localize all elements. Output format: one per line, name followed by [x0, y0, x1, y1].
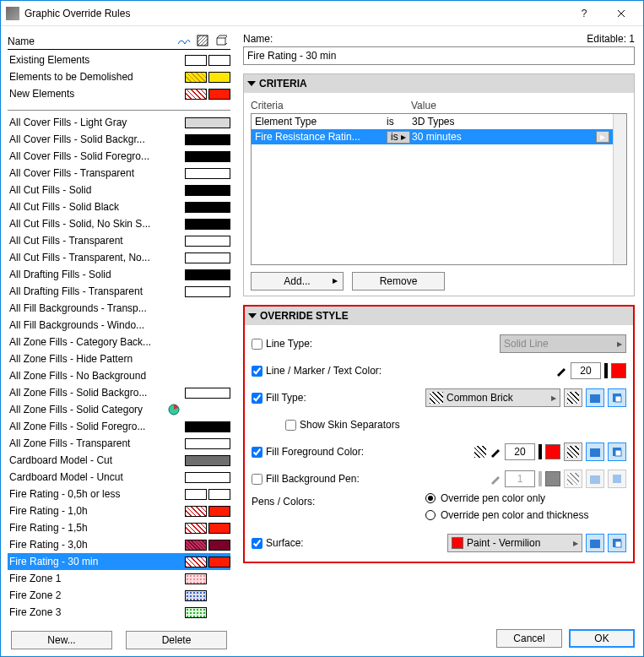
- surface-cover-icon[interactable]: [586, 534, 604, 552]
- pen-weight-icon: [538, 471, 542, 486]
- line-color-swatch[interactable]: [611, 363, 626, 378]
- help-button[interactable]: ?: [566, 2, 603, 25]
- svg-rect-9: [613, 475, 621, 483]
- rule-row[interactable]: All Cut Fills - Solid: [8, 182, 230, 198]
- col-fill-icon[interactable]: [193, 32, 212, 49]
- skin-separators-checkbox[interactable]: [285, 420, 296, 431]
- add-criteria-button[interactable]: Add...: [251, 272, 344, 290]
- rule-name-input[interactable]: [243, 46, 635, 65]
- rule-row[interactable]: All Cut Fills - Solid Black: [8, 198, 230, 215]
- surface-dropdown[interactable]: Paint - Vermilion: [447, 534, 582, 552]
- editable-label: Editable: 1: [587, 33, 635, 45]
- rule-row[interactable]: All Zone Fills - Solid Category: [8, 401, 230, 418]
- rule-row[interactable]: All Drafting Fills - Solid: [8, 266, 230, 283]
- rule-row[interactable]: All Cover Fills - Light Gray: [8, 114, 230, 131]
- skin-sep-row: Show Skin Separators: [252, 411, 626, 438]
- rule-row[interactable]: Fire Rating - 30 min: [8, 553, 230, 570]
- bg-cover-icon[interactable]: [586, 470, 604, 488]
- rule-row[interactable]: Fire Zone 3: [8, 604, 230, 621]
- rule-row[interactable]: All Zone Fills - Solid Foregro...: [8, 418, 230, 435]
- bg-cut-icon[interactable]: [564, 470, 582, 488]
- radio-pen-color-only[interactable]: Override pen color only: [425, 492, 545, 504]
- rule-row[interactable]: Cardboard Model - Cut: [8, 452, 230, 469]
- delete-rule-button[interactable]: Delete: [126, 631, 227, 649]
- rule-row[interactable]: All Cut Fills - Transparent: [8, 232, 230, 249]
- fill-type-dropdown[interactable]: Common Brick: [425, 388, 560, 407]
- rule-row[interactable]: Fire Zone 2: [8, 587, 230, 604]
- rule-row[interactable]: All Zone Fills - Transparent: [8, 435, 230, 452]
- criteria-header[interactable]: CRITERIA: [244, 74, 634, 93]
- rule-row[interactable]: All Fill Backgrounds - Windo...: [8, 317, 230, 334]
- rule-row[interactable]: Fire Zone 1: [8, 570, 230, 587]
- line-color-checkbox[interactable]: [252, 366, 262, 377]
- cancel-button[interactable]: Cancel: [496, 629, 562, 648]
- rule-row[interactable]: All Cut Fills - Transparent, No...: [8, 249, 230, 266]
- fill-type-checkbox[interactable]: [252, 393, 262, 404]
- rule-row[interactable]: Existing Elements: [8, 52, 230, 68]
- remove-criteria-button[interactable]: Remove: [352, 272, 445, 290]
- rule-row[interactable]: All Zone Fills - Category Back...: [8, 334, 230, 350]
- new-rule-button[interactable]: New...: [11, 631, 112, 649]
- fill-bg-color[interactable]: [545, 471, 560, 486]
- line-type-checkbox[interactable]: [252, 339, 262, 350]
- rule-row[interactable]: All Cover Fills - Transparent: [8, 165, 230, 182]
- rule-row[interactable]: All Zone Fills - Solid Backgro...: [8, 384, 230, 401]
- surface-draft-icon[interactable]: [608, 534, 626, 552]
- rule-row[interactable]: Fire Rating - 0,5h or less: [8, 486, 230, 502]
- scrollbar[interactable]: [613, 114, 626, 264]
- fg-cut-icon[interactable]: [564, 443, 582, 461]
- fill-fg-pen[interactable]: [505, 443, 535, 460]
- rule-row[interactable]: Fire Rating - 1,5h: [8, 519, 230, 536]
- bg-draft-icon[interactable]: [608, 470, 626, 488]
- line-type-row: Line Type: Solid Line: [252, 330, 626, 357]
- disclosure-triangle-icon: [248, 313, 257, 318]
- override-header[interactable]: OVERRIDE STYLE: [245, 307, 633, 325]
- criteria-columns: CriteriaValue: [251, 98, 627, 113]
- criteria-list[interactable]: Element Typeis3D TypesFire Resistance Ra…: [251, 113, 627, 265]
- rule-row[interactable]: Cardboard Model - Uncut: [8, 469, 230, 486]
- rule-row[interactable]: All Cut Fills - Solid, No Skin S...: [8, 215, 230, 232]
- rule-row[interactable]: All Zone Fills - No Background: [8, 367, 230, 384]
- fill-fg-checkbox[interactable]: [252, 447, 262, 458]
- rules-list[interactable]: Existing ElementsElements to be Demolish…: [8, 52, 230, 624]
- pen-icon: [490, 473, 501, 485]
- close-button[interactable]: [603, 2, 640, 25]
- ok-button[interactable]: OK: [569, 629, 635, 648]
- fill-bg-pen[interactable]: [505, 470, 535, 487]
- col-name[interactable]: Name: [8, 35, 175, 49]
- svg-rect-7: [615, 450, 621, 456]
- list-header: Name: [8, 31, 230, 50]
- disclosure-triangle-icon: [247, 81, 256, 86]
- rule-row[interactable]: All Zone Fills - Hide Pattern: [8, 350, 230, 367]
- rule-row[interactable]: Fire Rating - 1,0h: [8, 502, 230, 519]
- line-color-pen[interactable]: [571, 362, 601, 379]
- surface-checkbox[interactable]: [252, 538, 262, 549]
- fg-cover-icon[interactable]: [586, 443, 604, 461]
- rule-row[interactable]: New Elements: [8, 85, 230, 102]
- radio-pen-color-thickness[interactable]: Override pen color and thickness: [425, 509, 588, 521]
- pen-weight-icon: [604, 363, 608, 378]
- fill-fg-row: Fill Foreground Color:: [252, 438, 626, 465]
- rule-row[interactable]: All Cover Fills - Solid Foregro...: [8, 148, 230, 165]
- line-type-dropdown[interactable]: Solid Line: [500, 334, 626, 353]
- rule-row[interactable]: All Cover Fills - Solid Backgr...: [8, 131, 230, 148]
- col-surface-icon[interactable]: [212, 32, 230, 49]
- cover-fill-icon[interactable]: [586, 388, 604, 407]
- rule-row[interactable]: All Fill Backgrounds - Transp...: [8, 300, 230, 317]
- rule-row[interactable]: Fire Rating - 3,0h: [8, 536, 230, 553]
- drafting-fill-icon[interactable]: [608, 388, 626, 407]
- svg-rect-5: [590, 448, 600, 457]
- fg-draft-icon[interactable]: [608, 443, 626, 461]
- fill-fg-color[interactable]: [545, 444, 560, 459]
- line-color-row: Line / Marker / Text Color:: [252, 357, 626, 384]
- fill-bg-checkbox[interactable]: [252, 474, 262, 485]
- col-line-icon[interactable]: [175, 32, 193, 49]
- criteria-row[interactable]: Fire Resistance Ratin...is ▸30 minutes▶: [252, 129, 626, 144]
- app-icon: [6, 7, 19, 20]
- cut-fill-icon[interactable]: [564, 388, 582, 407]
- rules-list-panel: Name Existing ElementsElements to be Dem…: [1, 26, 235, 656]
- criteria-row[interactable]: Element Typeis3D Types: [252, 114, 626, 129]
- pen-icon: [490, 446, 501, 458]
- rule-row[interactable]: All Drafting Fills - Transparent: [8, 283, 230, 300]
- rule-row[interactable]: Elements to be Demolished: [8, 68, 230, 85]
